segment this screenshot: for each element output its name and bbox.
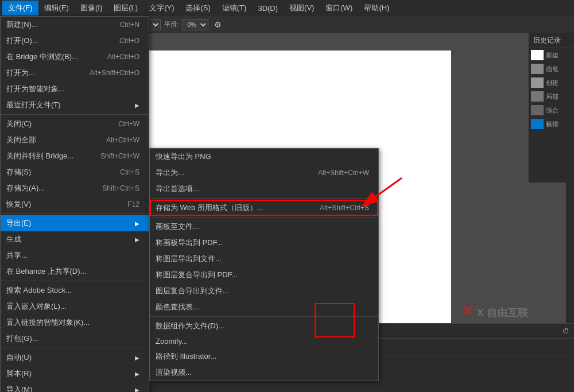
history-thumb-horizontal	[531, 119, 544, 129]
divider-2	[1, 214, 149, 214]
menu-behance-label: 在 Behance 上共享(D)...	[6, 266, 86, 277]
history-label-local: 局部	[546, 92, 559, 101]
menubar-item-help[interactable]: 帮助(H)	[358, 1, 395, 15]
menu-save-shortcut: Ctrl+S	[120, 168, 139, 176]
menu-close-shortcut: Ctrl+W	[118, 120, 139, 128]
submenu-export-as[interactable]: 导出为... Alt+Shift+Ctrl+W	[150, 165, 378, 181]
menu-export[interactable]: 导出(E) ▶	[1, 215, 149, 231]
submenu-layer-comp-pdf-label: 将图层复合导出到 PDF...	[156, 270, 238, 280]
menu-generate-label: 生成	[6, 234, 21, 244]
menu-open-shortcut: Ctrl+O	[119, 37, 139, 45]
menubar-item-window[interactable]: 窗口(W)	[320, 1, 358, 15]
submenu-layer-comp-files[interactable]: 图层复合导出到文件...	[150, 283, 378, 299]
history-label-combine: 综合	[546, 106, 559, 115]
menubar-item-3d[interactable]: 3D(D)	[252, 2, 284, 15]
history-item-local[interactable]: 局部	[529, 90, 574, 103]
menu-open[interactable]: 打开(O)... Ctrl+O	[1, 33, 149, 49]
submenu-layer-comp-pdf[interactable]: 将图层复合导出到 PDF...	[150, 267, 378, 283]
menu-bridge[interactable]: 在 Bridge 中浏览(B)... Alt+Ctrl+O	[1, 49, 149, 65]
menu-open-as[interactable]: 打开为... Alt+Shift+Ctrl+O	[1, 65, 149, 81]
menu-close-bridge-shortcut: Shift+Ctrl+W	[100, 152, 139, 160]
menu-place-linked[interactable]: 置入链接的智能对象(K)...	[1, 315, 149, 331]
submenu-data-sets[interactable]: 数据组作为文件(D)...	[150, 318, 378, 334]
menu-revert[interactable]: 恢复(V) F12	[1, 196, 149, 212]
menu-recent-arrow: ▶	[135, 102, 139, 108]
menubar-item-layer[interactable]: 图层(L)	[108, 1, 144, 15]
menu-save[interactable]: 存储(S) Ctrl+S	[1, 164, 149, 180]
submenu-save-web-label: 存储为 Web 所用格式（旧版）...	[156, 203, 263, 213]
submenu-quick-export[interactable]: 快速导出为 PNG	[150, 149, 378, 165]
watermark-text: X 自由互联	[477, 307, 528, 319]
submenu-render-video[interactable]: 渲染视频...	[150, 364, 378, 381]
submenu-zoomify[interactable]: Zoomify...	[150, 334, 378, 348]
menu-save-as-shortcut: Shift+Ctrl+S	[102, 184, 139, 192]
menu-share-label: 共享...	[6, 250, 28, 261]
menu-close-label: 关闭(C)	[6, 119, 32, 129]
menu-stock[interactable]: 搜索 Adobe Stock...	[1, 282, 149, 298]
menu-close-bridge[interactable]: 关闭并转到 Bridge... Shift+Ctrl+W	[1, 148, 149, 164]
menu-open-smart[interactable]: 打开为智能对象...	[1, 81, 149, 97]
menu-new-label: 新建(N)...	[6, 20, 38, 30]
smooth-label: 平滑:	[164, 20, 179, 29]
submenu-divider-1	[150, 198, 378, 199]
submenu-quick-export-label: 快速导出为 PNG	[156, 152, 211, 162]
history-item-horizontal[interactable]: 横排	[529, 117, 574, 131]
watermark: ✕ X 自由互联	[460, 301, 528, 320]
submenu-data-sets-label: 数据组作为文件(D)...	[156, 321, 224, 331]
menu-import-label: 导入(M)	[6, 385, 33, 392]
history-label-horizontal: 横排	[546, 120, 559, 129]
menu-import[interactable]: 导入(M) ▶	[1, 382, 149, 392]
submenu-color-lookup-label: 颜色查找表...	[156, 302, 199, 312]
menubar-item-edit[interactable]: 编辑(E)	[38, 1, 75, 15]
menu-save-as[interactable]: 存储为(A)... Shift+Ctrl+S	[1, 180, 149, 196]
menu-recent[interactable]: 最近打开文件(T) ▶	[1, 97, 149, 113]
history-item-create[interactable]: 创建	[529, 76, 574, 90]
menu-automate[interactable]: 自动(U) ▶	[1, 350, 149, 366]
menubar-item-view[interactable]: 视图(V)	[284, 1, 320, 15]
menu-open-smart-label: 打开为智能对象...	[6, 84, 65, 94]
menu-place-linked-label: 置入链接的智能对象(K)...	[6, 317, 90, 328]
menubar-item-text[interactable]: 文字(Y)	[144, 1, 180, 15]
submenu-artboard-pdf[interactable]: 将画板导出到 PDF...	[150, 235, 378, 251]
menu-new[interactable]: 新建(N)... Ctrl+N	[1, 17, 149, 33]
submenu-color-lookup[interactable]: 颜色查找表...	[150, 299, 378, 315]
menu-generate[interactable]: 生成 ▶	[1, 231, 149, 247]
divider-1	[1, 114, 149, 115]
menu-stock-label: 搜索 Adobe Stock...	[6, 285, 72, 296]
menubar-item-select[interactable]: 选择(S)	[180, 1, 216, 15]
menu-share[interactable]: 共享...	[1, 247, 149, 263]
file-menu-dropdown: 新建(N)... Ctrl+N 打开(O)... Ctrl+O 在 Bridge…	[0, 16, 149, 392]
menu-behance[interactable]: 在 Behance 上共享(D)...	[1, 263, 149, 280]
menu-place-embed[interactable]: 置入嵌入对象(L)...	[1, 298, 149, 315]
menu-close-all[interactable]: 关闭全部 Alt+Ctrl+W	[1, 132, 149, 148]
menu-save-as-label: 存储为(A)...	[6, 183, 45, 193]
submenu-path-illustrator[interactable]: 路径到 Illustrator...	[150, 348, 378, 364]
menubar-item-image[interactable]: 图像(I)	[75, 1, 108, 15]
menu-close[interactable]: 关闭(C) Ctrl+W	[1, 116, 149, 132]
submenu-artboard-files[interactable]: 画板至文件...	[150, 219, 378, 235]
menubar-item-filter[interactable]: 滤镜(T)	[216, 1, 253, 15]
smooth-select[interactable]: 0%	[182, 19, 208, 30]
history-item-new[interactable]: 新建	[529, 48, 574, 62]
history-thumb-new	[531, 50, 544, 60]
menu-new-shortcut: Ctrl+N	[120, 21, 139, 29]
gear-icon[interactable]: ⚙	[214, 20, 222, 29]
menubar-item-file[interactable]: 文件(F)	[2, 1, 38, 15]
export-submenu: 快速导出为 PNG 导出为... Alt+Shift+Ctrl+W 导出首选项.…	[149, 148, 379, 381]
menu-automate-arrow: ▶	[135, 355, 139, 361]
menu-place-embed-label: 置入嵌入对象(L)...	[6, 301, 67, 312]
history-item-combine[interactable]: 综合	[529, 103, 574, 117]
submenu-export-as-shortcut: Alt+Shift+Ctrl+W	[318, 169, 369, 177]
menu-package[interactable]: 打包(G)...	[1, 331, 149, 347]
submenu-export-as-label: 导出为...	[156, 168, 184, 178]
menu-import-arrow: ▶	[135, 387, 139, 393]
submenu-layer-files[interactable]: 将图层导出到文件...	[150, 251, 378, 267]
submenu-save-web[interactable]: 存储为 Web 所用格式（旧版）... Alt+Shift+Ctrl+S	[150, 200, 378, 216]
history-item-brush[interactable]: 画笔	[529, 62, 574, 76]
submenu-layer-files-label: 将图层导出到文件...	[156, 254, 222, 264]
menu-scripts[interactable]: 脚本(R) ▶	[1, 366, 149, 382]
menu-automate-label: 自动(U)	[6, 352, 32, 363]
menubar: 文件(F) 编辑(E) 图像(I) 图层(L) 文字(Y) 选择(S) 滤镜(T…	[0, 0, 574, 16]
submenu-export-prefs[interactable]: 导出首选项...	[150, 181, 378, 197]
menu-package-label: 打包(G)...	[6, 333, 38, 344]
